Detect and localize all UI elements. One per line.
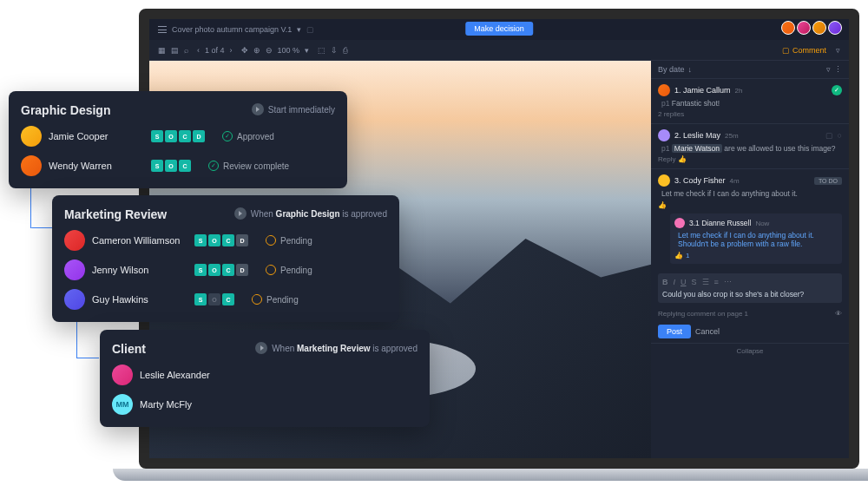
member-row: Guy Hawkins SOC Pending bbox=[64, 289, 387, 310]
filter-icon[interactable]: ▿ bbox=[826, 65, 831, 74]
chevron-down-icon[interactable]: ▾ bbox=[297, 25, 301, 34]
avatar[interactable] bbox=[797, 21, 811, 35]
role-pill[interactable]: S bbox=[194, 264, 207, 276]
role-pill[interactable]: O bbox=[165, 160, 177, 172]
like-icon[interactable]: 👍 bbox=[678, 155, 687, 163]
avatar[interactable] bbox=[781, 21, 795, 35]
print-icon[interactable]: ⎙ bbox=[343, 46, 347, 55]
comment-time: 2h bbox=[735, 87, 743, 95]
avatar[interactable] bbox=[812, 21, 826, 35]
member-row: Jenny Wilson SOCD Pending bbox=[64, 259, 387, 280]
make-decision-button[interactable]: Make decision bbox=[465, 22, 533, 36]
avatar bbox=[21, 155, 42, 176]
comment-author: Dianne Russell bbox=[701, 219, 751, 227]
prev-icon[interactable]: ‹ bbox=[197, 46, 200, 55]
like-icon[interactable]: 👍 bbox=[674, 252, 683, 259]
comment-num: 2. bbox=[674, 131, 681, 140]
page-indicator: 1 of 4 bbox=[205, 46, 225, 55]
comment[interactable]: 3. Cody Fisher 4m TO DO Let me check if … bbox=[651, 169, 849, 269]
like-count: 1 bbox=[686, 252, 689, 259]
comment-time: 4m bbox=[730, 177, 740, 185]
comment-reply: 3.1 Dianne Russell Now Let me check if I… bbox=[670, 213, 842, 264]
member-name: Guy Hawkins bbox=[92, 294, 187, 305]
role-pill[interactable]: D bbox=[193, 130, 205, 142]
replies-link[interactable]: 2 replies bbox=[658, 110, 842, 118]
pending-icon bbox=[266, 265, 276, 275]
like-icon[interactable]: 👍 bbox=[658, 201, 667, 209]
attachment-icon[interactable]: 👁 bbox=[835, 310, 842, 318]
avatar[interactable] bbox=[828, 21, 842, 35]
numbered-list-icon[interactable]: ≡ bbox=[714, 278, 719, 286]
resolved-icon[interactable]: ✓ bbox=[832, 85, 842, 95]
more-icon[interactable]: ⋯ bbox=[724, 278, 732, 286]
bold-icon[interactable]: B bbox=[662, 278, 668, 286]
list-icon[interactable]: ☰ bbox=[702, 278, 709, 286]
role-pill[interactable]: C bbox=[179, 160, 191, 172]
tool-icon[interactable]: ⊕ bbox=[253, 46, 260, 55]
pending-icon bbox=[252, 294, 262, 305]
comment-author: Jamie Callum bbox=[683, 86, 731, 95]
comment-time: Now bbox=[755, 220, 769, 227]
comment[interactable]: 2. Leslie May 25m ▢ ○ p1 Marie Watson ar… bbox=[651, 124, 849, 169]
comment-button[interactable]: ▢ Comment ▿ bbox=[782, 46, 840, 55]
more-icon[interactable]: ○ bbox=[838, 131, 842, 140]
role-pill[interactable]: O bbox=[208, 234, 220, 246]
role-pill[interactable]: C bbox=[222, 264, 234, 276]
member-row: Cameron Williamson SOCD Pending bbox=[64, 230, 387, 251]
role-pill[interactable]: C bbox=[179, 130, 191, 142]
role-pill[interactable]: S bbox=[151, 130, 163, 142]
stage-trigger: When Marketing Review is approved bbox=[272, 344, 418, 353]
role-pill[interactable]: O bbox=[208, 264, 220, 276]
play-icon[interactable] bbox=[234, 207, 247, 220]
next-icon[interactable]: › bbox=[230, 46, 233, 55]
member-name: Jenny Wilson bbox=[92, 265, 187, 275]
editor-toolbar: B I U S ☰ ≡ ⋯ bbox=[662, 278, 838, 286]
italic-icon[interactable]: I bbox=[674, 278, 676, 286]
tool-icon[interactable]: ⊖ bbox=[266, 46, 273, 55]
grid-icon[interactable]: ▦ bbox=[158, 46, 166, 55]
role-pill[interactable]: C bbox=[222, 293, 234, 305]
status-badge[interactable]: TO DO bbox=[814, 177, 842, 185]
comment[interactable]: 1. Jamie Callum 2h ✓ p1 Fantastic shot! … bbox=[651, 79, 849, 124]
role-pill[interactable]: D bbox=[236, 234, 248, 246]
role-pill[interactable]: O bbox=[208, 293, 220, 305]
play-icon[interactable] bbox=[255, 342, 267, 354]
list-icon[interactable]: ▤ bbox=[171, 46, 179, 55]
chevron-down-icon[interactable]: ▾ bbox=[305, 46, 309, 55]
tool-icon[interactable]: ⬚ bbox=[318, 46, 326, 55]
comment-editor[interactable]: B I U S ☰ ≡ ⋯ Could you also crop it so … bbox=[658, 273, 842, 303]
tool-icon[interactable]: ✥ bbox=[241, 46, 248, 55]
sort-arrow-icon[interactable]: ↓ bbox=[688, 65, 693, 74]
role-pill[interactable]: S bbox=[194, 293, 207, 305]
role-pill[interactable]: D bbox=[236, 264, 248, 276]
role-pill[interactable]: S bbox=[151, 160, 163, 172]
reply-link[interactable]: Reply bbox=[658, 155, 675, 163]
annotation-icon[interactable]: ▢ bbox=[825, 131, 833, 140]
download-icon[interactable]: ⇩ bbox=[331, 46, 338, 55]
play-icon[interactable] bbox=[252, 103, 264, 115]
comment-num: 1. bbox=[674, 86, 681, 95]
mention[interactable]: Marie Watson bbox=[672, 144, 722, 153]
collapse-button[interactable]: Collapse bbox=[651, 343, 849, 358]
editor-content[interactable]: Could you also crop it so she's a bit cl… bbox=[662, 290, 838, 299]
check-icon: ✓ bbox=[208, 161, 219, 171]
avatar: MM bbox=[112, 394, 133, 415]
menu-icon[interactable] bbox=[158, 26, 167, 33]
avatar bbox=[64, 289, 85, 310]
strike-icon[interactable]: S bbox=[692, 278, 697, 286]
underline-icon[interactable]: U bbox=[681, 278, 687, 286]
cancel-button[interactable]: Cancel bbox=[695, 325, 720, 338]
post-button[interactable]: Post bbox=[658, 325, 691, 338]
more-icon[interactable]: ⋮ bbox=[834, 65, 842, 74]
sort-label[interactable]: By date bbox=[658, 65, 685, 74]
role-pill[interactable]: O bbox=[165, 130, 177, 142]
window-icon[interactable]: ▢ bbox=[306, 25, 314, 34]
avatar bbox=[21, 126, 42, 147]
search-icon[interactable]: ⌕ bbox=[184, 46, 188, 55]
comment-num: 3. bbox=[674, 176, 681, 185]
role-pill[interactable]: S bbox=[194, 234, 207, 246]
role-pill[interactable]: C bbox=[222, 234, 234, 246]
comment-icon: ▢ bbox=[782, 46, 790, 55]
member-row: Leslie Alexander bbox=[112, 364, 418, 385]
filter-icon[interactable]: ▿ bbox=[836, 46, 840, 55]
